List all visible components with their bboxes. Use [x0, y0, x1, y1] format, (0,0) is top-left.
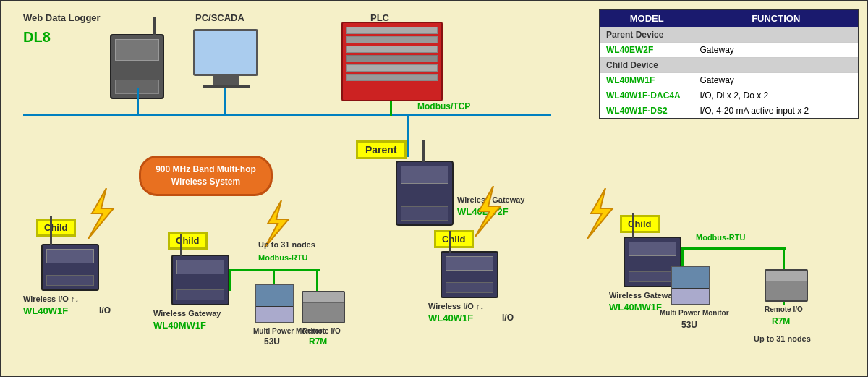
remotio-right-device: [765, 269, 808, 302]
main-diagram: MODEL FUNCTION Parent Device WL40EW2F Ga…: [0, 0, 868, 377]
table-row: WL40MW1F Gateway: [600, 73, 859, 88]
table-row: WL40W1F-DS2 I/O, 4-20 mA active input x …: [600, 103, 859, 119]
col-model: MODEL: [600, 9, 694, 27]
web-data-logger-label: Web Data Logger: [23, 12, 101, 23]
col-function: FUNCTION: [694, 9, 859, 27]
child-label-2: Child: [168, 232, 208, 250]
band-label: 900 MHz Band Multi-hop Wireless System: [139, 156, 273, 196]
monitor-53u-2-label: 53U: [681, 320, 697, 330]
modbus-tcp-label: Modbus/TCP: [417, 101, 470, 111]
bus-to-parent-line: [407, 114, 409, 157]
r7m-2-label: R7M: [772, 316, 790, 326]
wl40mw1f-1-label: WL40MW1F: [153, 320, 206, 331]
pcscada-label: PC/SCADA: [195, 12, 244, 23]
section-child: Child Device: [600, 58, 859, 73]
dl8-label: DL8: [23, 29, 51, 46]
wireless-io-2-label: Wireless I/O ↑↓: [428, 302, 484, 310]
child-label-3: Child: [434, 230, 474, 248]
green-line-left-h: [229, 269, 320, 271]
modbus-rtu-2-label: Modbus-RTU: [696, 233, 745, 242]
svg-marker-2: [475, 186, 501, 237]
dl8-to-bus-line: [137, 88, 139, 116]
remotio-left-label: Remote I/O: [302, 327, 341, 335]
svg-marker-0: [88, 188, 114, 239]
child-label-4: Child: [620, 215, 660, 233]
pc-to-bus-line: [224, 88, 226, 116]
modbus-rtu-1-label: Modbus-RTU: [258, 253, 307, 262]
wl40w1f-left-device: [41, 244, 99, 291]
wl40mw1f-2-label: WL40MW1F: [609, 302, 662, 313]
section-parent: Parent Device: [600, 27, 859, 43]
parent-label-box: Parent: [356, 140, 407, 159]
green-line-left-v: [229, 269, 231, 291]
monitor-right-label: Multi Power Monitor: [660, 309, 729, 317]
wl40mw1f-left-device: [171, 255, 229, 305]
r7m-1-label: R7M: [309, 336, 327, 347]
info-table: MODEL FUNCTION Parent Device WL40EW2F Ga…: [599, 9, 859, 119]
plc-to-bus-line: [390, 101, 392, 116]
table-row: WL40W1F-DAC4A I/O, Di x 2, Do x 2: [600, 88, 859, 103]
monitor-right-device: [671, 266, 710, 305]
lightning-4: [580, 188, 624, 239]
green-line-right-h: [681, 247, 786, 250]
top-bus-line: [23, 114, 551, 116]
svg-marker-3: [587, 188, 613, 239]
wl40w1f-2-label: WL40W1F: [428, 313, 473, 323]
nodes-label-1: Up to 31 nodes: [258, 240, 315, 249]
remotio-left-device: [302, 291, 345, 323]
wg-right-label: Wireless Gateway: [609, 291, 676, 300]
io-1-label: I/O: [99, 305, 111, 315]
wl40w1f-1-label: WL40W1F: [23, 305, 68, 316]
io-2-label: I/O: [502, 313, 514, 323]
monitor-53u-1-label: 53U: [264, 336, 280, 347]
pc-device: [193, 29, 258, 88]
wg-left-label: Wireless Gateway: [153, 309, 221, 318]
wl40w1f-right-device: [441, 251, 498, 298]
wl40ew2f-device: [396, 161, 454, 226]
plc-device: [341, 22, 443, 101]
child-label-1: Child: [36, 219, 76, 237]
table-row: WL40EW2F Gateway: [600, 43, 859, 58]
wireless-io-1-label: Wireless I/O ↑↓: [23, 295, 79, 303]
lightning-3: [468, 186, 511, 237]
monitor-left-device: [255, 284, 294, 323]
nodes-label-2: Up to 31 nodes: [754, 334, 811, 343]
remotio-right-label: Remote I/O: [765, 305, 803, 313]
lightning-1: [81, 188, 124, 239]
